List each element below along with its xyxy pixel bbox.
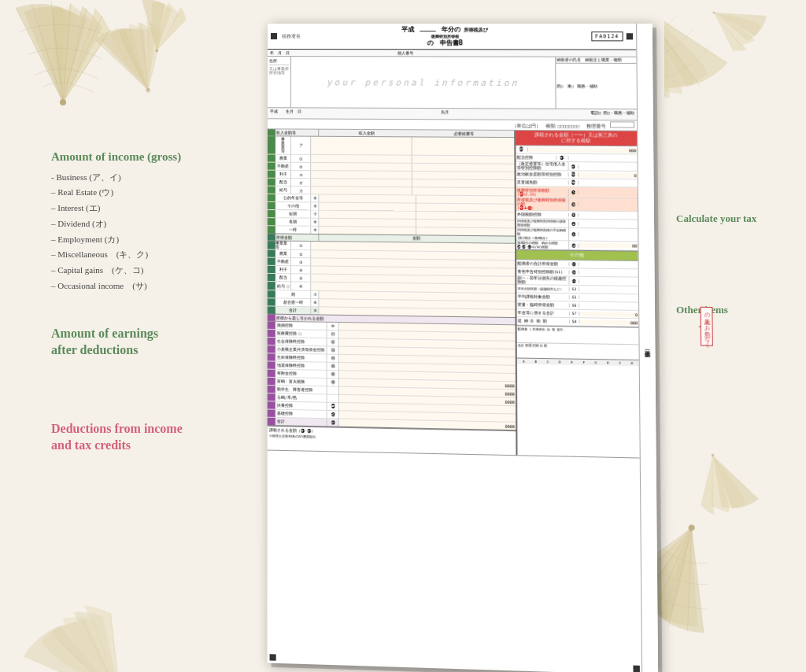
earnings-col-header: 金額 [412,236,420,241]
foreign-tax-label: 外国税額控除 [516,212,569,217]
corner-mark-tr [627,33,633,39]
income-gross-title: Amount of income (gross) [51,150,260,165]
agri-income-cell [311,155,412,163]
ded-total-label: 合計 [275,418,327,426]
dividend-label: 配当 [275,179,291,186]
earn-agri-mark: ② [291,250,311,257]
ded-life-ins-num: ⑭ [327,355,339,362]
earnings-block: Amount of earningsafter deductions [51,326,260,359]
ded-spouse-num: ⑱ [327,378,339,386]
address-label: 住所 [269,58,289,65]
carry-loss-label: 本年分損失額（繰越損失など） [516,286,569,291]
total-recon-num: ㊶ [569,202,579,206]
ded-disabled-num [327,386,339,393]
taxpayer-type-label: 納税者の氏名 納税主と職業・種類 [556,57,636,64]
business-mark: ア [291,137,311,154]
earn-emp-mark: ⑥ [291,282,311,290]
source-tax-label: 所得税及び復興特別所得税の源泉徴収税額 [516,219,569,227]
ded-widow-label: る嶋/常/熟 [275,393,327,401]
pension-deduct-cell [416,195,514,203]
avg-tax-num: 55 [570,295,579,299]
disaster-val [579,183,638,183]
calc-tax-block: Calculate your tax [676,212,790,225]
tax-row-29-num: ㉙ [568,164,578,168]
ded-social-num: ⑫ [327,338,339,345]
interest-income-cell [311,171,412,179]
occasional-deduct-cell [417,227,515,235]
income-item-occasional: – Occasional income (サ) [51,279,260,294]
payment-num: ㊼ [569,243,579,247]
tax-row-26-num: ㉖ [516,147,527,151]
agri-mark: ① [291,155,311,162]
arrow-annotation: の記入をお忘れなく [698,307,712,346]
tax-row-29-val [579,166,638,167]
earn-total-mark: ⑨ [311,307,319,314]
interest-mark: エ [291,171,311,178]
arrow-text: の記入をお忘れなく [701,307,713,346]
occasional-income-cell [319,227,416,234]
extension-label: 延 納 出 税 額 [517,319,570,323]
income-item-dividend: – Dividend (オ) [51,216,260,232]
ded-donation-num: ⑯ [327,371,339,378]
deductions-title: Deductions from incomeand tax credits [51,421,260,454]
ded-disabled-label: 勤学生、障害者控除 [275,386,327,393]
source-tax-val [579,223,638,224]
ded-donation-label: 寄附金控除 [275,370,327,378]
form-header-label: 税務署長 [282,33,301,40]
foreign-tax-num: ㊸ [569,213,579,217]
dependent-count-label: 配偶者の合計所得金額 [516,261,569,266]
ded-medical-num: ⑪ [327,330,339,338]
special-income-val [579,272,638,273]
corner-mark-tl [271,33,277,39]
disaster-label: 災害減免額 [516,180,569,185]
interest-deduct-cell [412,172,514,179]
ded-misc-label: 雑損控除 [275,322,327,330]
business-label: 事業業等 [275,136,291,153]
earn-re-mark: ③ [291,258,311,265]
earn-excess-label: 超合渡一時 [275,298,311,306]
pension-mark: ⑧ [311,194,319,201]
income-gross-block: Amount of income (gross) - Business (ア、イ… [51,150,260,294]
birth-date-label: 平成 生月 日 [270,109,301,117]
special-income-total-label: 青色申告特別控除額(51) [516,270,569,275]
occasional-mark: ⑨ [311,227,319,234]
form-bottom-notes: 課税される金額（㉕-㉕） ※税理士法第30条の2の書面提出 [268,426,516,455]
earn-total-label: 合計 [275,307,311,315]
occasional-label: 一時 [275,226,311,234]
month-label: 先月 [441,109,449,118]
col-header-2: 必要経費等 [453,131,474,136]
pension-income-cell [319,194,416,202]
dep-count-num: ㊽ [569,262,579,266]
realestate-income-cell [311,163,412,171]
reconstruction-val [579,193,638,194]
extension-num: 58 [570,319,579,323]
realestate-mark: ② [291,163,311,170]
employ-income-cell [311,186,412,194]
other-misc-label: その他 [275,202,311,209]
short-term-mark: ⑦ [311,211,319,218]
form-code: FA0124 [591,31,623,41]
short-term-income-cell [319,211,416,219]
ded-basic-num: ㉔ [327,411,339,418]
ded-spouse-label: 富嶋・富夫税険 [275,378,327,386]
foreign-tax-val [579,215,638,216]
left-annotations: Amount of income (gross) - Business (ア、イ… [47,24,260,656]
tax-row-29-label: （政定措置等）住宅借入金等特別控除額 [516,162,568,171]
short-term-label: 短期 [275,210,311,218]
reconstruction-label: 復興特別所得税額(㉖×2.1%) [516,188,569,197]
prepay-num: ㊺ [569,232,579,236]
ded-social-label: 社会保険料控除 [275,338,327,345]
deductions-block: Deductions from incomeand tax credits [51,421,260,454]
ded-dependent-num: ㉓ [327,403,339,410]
form-number-label: 個人番号 [397,50,413,55]
extension-val: 000 [579,319,638,325]
ded-life-ins-label: 生命保険料控除 [275,353,327,361]
avg-tax-label: 平均課税対象金額 [516,294,569,299]
earn-div-mark: ⑤ [291,274,311,281]
bottom-table-headers: 配偶者 | 本来的出 出 発 差引 [517,326,639,344]
blue-tax-deduct-num: ㊿ [569,279,579,282]
other-misc-deduct-cell [416,204,514,212]
col-header-1: 収入金額 [359,131,375,135]
letter-row: A B C D E F G H I K [517,357,639,366]
prepay-label: 所得税及び復興特別税の予定納税額(第1期分＋第2期分) [516,227,569,240]
